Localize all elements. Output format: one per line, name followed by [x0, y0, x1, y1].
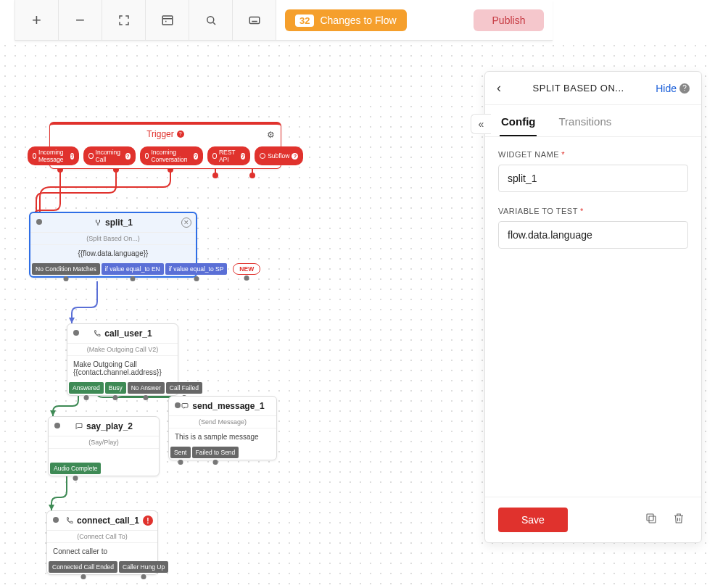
out-equal-en[interactable]: if value equal_to EN	[102, 263, 164, 275]
trigger-out-incoming-conversation[interactable]: Incoming Conversation?	[140, 146, 203, 165]
out-failed-send[interactable]: Failed to Send	[192, 447, 239, 458]
out-busy[interactable]: Busy	[105, 382, 126, 394]
toolbar-icon-group: + −	[15, 0, 276, 40]
node-body: Connect caller to	[47, 542, 157, 560]
keyboard-shortcuts-button[interactable]	[233, 0, 276, 40]
node-outputs: Connected Call Ended Caller Hung Up	[47, 560, 157, 574]
search-button[interactable]	[189, 0, 233, 40]
panel-title: SPLIT BASED ON...	[508, 83, 648, 94]
duplicate-button[interactable]	[642, 509, 661, 531]
out-equal-sp[interactable]: if value equal_to SP	[165, 263, 228, 275]
gear-icon[interactable]: ⚙	[267, 130, 275, 140]
widget-name-label: WIDGET NAME*	[498, 150, 688, 159]
phone-icon	[93, 329, 102, 338]
branch-icon	[94, 218, 102, 227]
out-callfailed[interactable]: Call Failed	[166, 382, 202, 394]
node-outputs: Sent Failed to Send	[169, 445, 276, 460]
svg-marker-11	[49, 505, 54, 510]
out-noanswer[interactable]: No Answer	[128, 382, 165, 394]
help-icon[interactable]: ?	[679, 83, 690, 94]
tab-config[interactable]: Config	[500, 105, 537, 136]
svg-rect-0	[162, 16, 173, 25]
panel-body: WIDGET NAME* VARIABLE TO TEST*	[485, 137, 701, 497]
zoom-out-button[interactable]: −	[59, 0, 102, 40]
svg-point-1	[207, 16, 213, 22]
out-audio-complete[interactable]: Audio Complete	[50, 463, 101, 474]
help-icon[interactable]: ?	[177, 131, 184, 138]
panel-header: ‹ SPLIT BASED ON... Hide ?	[485, 72, 701, 105]
back-button[interactable]: ‹	[497, 80, 501, 96]
publish-button[interactable]: Publish	[474, 9, 545, 31]
node-outputs: Answered Busy No Answer Call Failed	[67, 381, 178, 395]
out-no-condition[interactable]: No Condition Matches	[32, 263, 100, 275]
out-connected-ended[interactable]: Connected Call Ended	[49, 561, 117, 573]
svg-rect-13	[649, 516, 656, 523]
svg-point-4	[249, 173, 255, 178]
node-body: This is a sample message	[169, 428, 276, 445]
panel-tabs: Config Transitions	[485, 105, 701, 137]
tab-transitions[interactable]: Transitions	[557, 105, 613, 136]
fit-view-button[interactable]	[102, 0, 146, 40]
widget-name-input[interactable]	[498, 165, 688, 192]
toggle-minimap-button[interactable]	[146, 0, 189, 40]
delete-button[interactable]	[669, 509, 688, 531]
out-answered[interactable]: Answered	[69, 382, 104, 394]
node-subtitle: (Make Outgoing Call V2)	[67, 344, 178, 355]
svg-rect-12	[182, 404, 188, 408]
node-subtitle: (Split Based On...)	[30, 233, 196, 244]
chat-icon	[75, 422, 83, 431]
changes-label: Changes to Flow	[320, 15, 396, 26]
svg-marker-8	[69, 318, 75, 323]
panel-footer: Save	[485, 497, 701, 542]
node-subtitle: (Send Message)	[169, 416, 276, 428]
toolbar: + − 32 Changes to Flow Publish	[15, 0, 553, 41]
node-body: Make Outgoing Call {{contact.channel.add…	[67, 355, 178, 381]
say-play-2-node[interactable]: say_play_2 (Say/Play) Audio Complete	[48, 416, 160, 476]
call-user-1-node[interactable]: call_user_1 (Make Outgoing Call V2) Make…	[67, 323, 178, 396]
save-button[interactable]: Save	[498, 508, 568, 532]
trigger-out-incoming-message[interactable]: Incoming Message?	[28, 146, 80, 165]
trigger-out-incoming-call[interactable]: Incoming Call?	[83, 146, 136, 165]
changes-count: 32	[295, 15, 314, 27]
node-title: split_1	[30, 213, 196, 233]
node-title: say_play_2	[49, 417, 159, 436]
variable-to-test-input[interactable]	[498, 221, 688, 249]
node-outputs: No Condition Matches if value equal_to E…	[30, 262, 196, 276]
svg-marker-9	[50, 410, 56, 416]
svg-rect-2	[249, 17, 260, 23]
node-outputs: Audio Complete	[49, 461, 159, 476]
trigger-outputs: Incoming Message? Incoming Call? Incomin…	[50, 144, 281, 168]
out-caller-hungup[interactable]: Caller Hung Up	[119, 561, 168, 573]
node-title: call_user_1	[67, 324, 178, 344]
changes-to-flow-button[interactable]: 32 Changes to Flow	[285, 9, 407, 31]
svg-point-3	[212, 173, 218, 178]
send-message-1-node[interactable]: send_message_1 (Send Message) This is a …	[168, 396, 277, 460]
collapse-panel-button[interactable]: «	[471, 114, 491, 134]
variable-to-test-label: VARIABLE TO TEST*	[498, 207, 688, 215]
node-subtitle: (Say/Play)	[49, 436, 159, 448]
split-1-node[interactable]: ✕ split_1 (Split Based On...) {{flow.dat…	[29, 212, 197, 278]
hide-panel-button[interactable]: Hide ?	[656, 83, 690, 94]
message-icon	[181, 402, 189, 410]
out-new[interactable]: NEW	[233, 263, 260, 275]
trigger-node[interactable]: Trigger ? ⚙ Incoming Message? Incoming C…	[49, 122, 281, 169]
node-body: {{flow.data.language}}	[30, 244, 196, 262]
trigger-out-subflow[interactable]: Subflow?	[255, 146, 303, 165]
phone-icon	[65, 516, 74, 525]
node-subtitle: (Connect Call To)	[47, 531, 157, 542]
out-sent[interactable]: Sent	[170, 447, 191, 458]
zoom-in-button[interactable]: +	[15, 0, 59, 40]
trigger-out-rest-api[interactable]: REST API?	[207, 146, 251, 165]
trigger-title: Trigger ? ⚙	[50, 125, 281, 144]
svg-rect-14	[647, 514, 653, 521]
node-title: connect_call_1	[47, 511, 157, 531]
node-title: send_message_1	[169, 397, 276, 416]
config-sidepanel: « ‹ SPLIT BASED ON... Hide ? Config Tran…	[484, 71, 702, 543]
connect-call-1-node[interactable]: ! connect_call_1 (Connect Call To) Conne…	[46, 510, 158, 575]
